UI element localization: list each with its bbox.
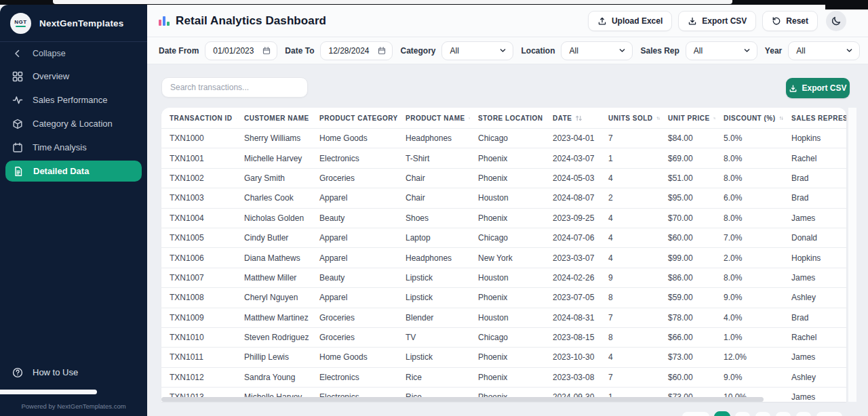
sidebar-item-time-analysis[interactable]: Time Analysis — [0, 136, 147, 159]
table-cell: $95.00 — [660, 193, 715, 203]
sidebar: NGT NextGenTemplates Collapse Overview S… — [0, 5, 147, 416]
table-cell: 4.0% — [715, 313, 783, 323]
table-cell: Shoes — [397, 213, 470, 223]
filter-label-sales-rep: Sales Rep — [640, 46, 679, 56]
table-header-row: Transaction ID Customer Name Product Cat… — [161, 108, 846, 128]
table-cell: 8.0% — [715, 213, 783, 223]
chevron-down-icon — [846, 47, 853, 54]
sidebar-item-how-to-use[interactable]: How to Use — [0, 360, 147, 384]
column-header-store-location[interactable]: Store Location — [470, 115, 545, 122]
sales-rep-select[interactable]: All — [686, 41, 757, 60]
table-cell: 4 — [600, 213, 660, 223]
sidebar-item-overview[interactable]: Overview — [0, 64, 147, 88]
table-cell: 12.0% — [715, 352, 783, 362]
table-cell: TXN1012 — [161, 373, 236, 382]
upload-excel-button[interactable]: Upload Excel — [588, 11, 672, 31]
table-cell: Chair — [397, 173, 470, 183]
collapse-button[interactable]: Collapse — [0, 42, 147, 64]
activity-icon — [12, 95, 23, 106]
table-cell: Sherry Williams — [236, 133, 311, 143]
date-to-input[interactable]: 12/28/2024 — [320, 41, 393, 60]
header: Retail Analytics Dashboard Upload Excel … — [147, 5, 868, 37]
table-cell: James — [783, 273, 846, 283]
column-header-units-sold[interactable]: Units Sold — [600, 115, 660, 122]
export-csv-header-button[interactable]: Export CSV — [678, 11, 756, 31]
year-select[interactable]: All — [788, 41, 860, 60]
table-cell: Apparel — [311, 193, 397, 203]
category-select[interactable]: All — [441, 41, 513, 60]
date-from-value: 01/01/2023 — [213, 46, 254, 56]
column-header-unit-price[interactable]: Unit Price — [660, 115, 715, 122]
table-cell: New York — [470, 253, 545, 263]
year-value: All — [796, 46, 805, 56]
table-cell: 7 — [600, 313, 660, 323]
vertical-scrollbar[interactable] — [848, 108, 856, 402]
collapse-label: Collapse — [33, 49, 66, 58]
main-area: Retail Analytics Dashboard Upload Excel … — [147, 5, 868, 416]
table-cell: $86.00 — [660, 273, 715, 283]
table-cell: Home Goods — [311, 133, 397, 143]
table-cell: $84.00 — [660, 133, 715, 143]
export-csv-table-button[interactable]: Export CSV — [786, 78, 850, 98]
table-cell: $66.00 — [660, 333, 715, 342]
pagination-previous-button[interactable] — [682, 411, 710, 416]
browser-address-bar — [53, 0, 732, 4]
table-cell: 2024-08-07 — [545, 193, 600, 203]
table-cell: Ashley — [783, 373, 846, 382]
reset-icon — [772, 16, 781, 26]
sidebar-item-category-location[interactable]: Category & Location — [0, 112, 147, 136]
table-row: TXN1007Matthew MillerBeautyLipstickHoust… — [161, 268, 846, 287]
pagination-page-button[interactable] — [755, 411, 771, 416]
pagination-page-button-active[interactable] — [714, 411, 730, 416]
package-icon — [12, 119, 23, 129]
reset-button[interactable]: Reset — [762, 11, 818, 31]
table-cell: 2024-05-03 — [545, 173, 600, 183]
filter-label-location: Location — [521, 46, 555, 56]
table-cell: Groceries — [311, 313, 397, 323]
reset-label: Reset — [786, 16, 808, 26]
table-cell: 1 — [600, 154, 660, 163]
horizontal-scrollbar[interactable] — [161, 397, 764, 402]
search-input[interactable] — [161, 77, 308, 98]
dark-mode-toggle[interactable] — [826, 11, 846, 31]
table-cell: Hopkins — [783, 133, 846, 143]
sort-icon — [575, 115, 583, 122]
grid-icon — [12, 71, 23, 82]
column-header-product-name[interactable]: Product Name — [397, 115, 470, 122]
table-cell: 2023-03-07 — [545, 253, 600, 263]
table-cell: 2 — [600, 193, 660, 203]
table-cell: $73.00 — [660, 352, 715, 362]
table-cell: Brad — [783, 313, 846, 323]
table-cell: 2023-04-01 — [545, 133, 600, 143]
table-cell: 4 — [600, 173, 660, 183]
table-cell: Phoenix — [470, 293, 545, 302]
pagination-page-button[interactable] — [734, 411, 751, 416]
date-from-input[interactable]: 01/01/2023 — [205, 41, 277, 60]
table-cell: 2023-08-15 — [545, 333, 600, 342]
table-cell: Beauty — [311, 273, 397, 283]
table-row: TXN1006Diana MathewsApparelHeadphonesNew… — [161, 247, 846, 267]
table-row: TXN1001Michelle HarveyElectronicsT-Shirt… — [161, 148, 846, 167]
column-header-discount[interactable]: Discount (%) — [715, 115, 783, 122]
table-cell: 7 — [600, 373, 660, 382]
table-cell: 2024-08-31 — [545, 313, 600, 323]
column-header-transaction-id[interactable]: Transaction ID — [161, 115, 236, 122]
table-cell: TXN1000 — [161, 133, 236, 143]
table-cell: Brad — [783, 193, 846, 203]
pagination-next-button[interactable] — [816, 411, 843, 416]
sidebar-item-sales-performance[interactable]: Sales Performance — [0, 88, 147, 112]
column-header-date[interactable]: Date — [545, 115, 600, 122]
column-header-customer-name[interactable]: Customer Name — [236, 115, 311, 122]
table-cell: TXN1003 — [161, 193, 236, 203]
filter-bar: Date From 01/01/2023 Date To 12/28/2024 … — [147, 37, 868, 64]
location-select[interactable]: All — [561, 41, 633, 60]
table-cell: 2023-07-05 — [545, 293, 600, 302]
column-header-product-category[interactable]: Product Category — [311, 115, 397, 122]
pagination-page-button[interactable] — [775, 411, 791, 416]
table-cell: Lipstick — [397, 352, 470, 362]
sidebar-scrollbar[interactable] — [0, 390, 97, 394]
sidebar-item-detailed-data[interactable]: Detailed Data — [5, 161, 142, 182]
pagination-page-button[interactable] — [795, 411, 812, 416]
column-header-sales-representative[interactable]: Sales Representative — [783, 115, 846, 122]
table-cell: TXN1008 — [161, 293, 236, 302]
